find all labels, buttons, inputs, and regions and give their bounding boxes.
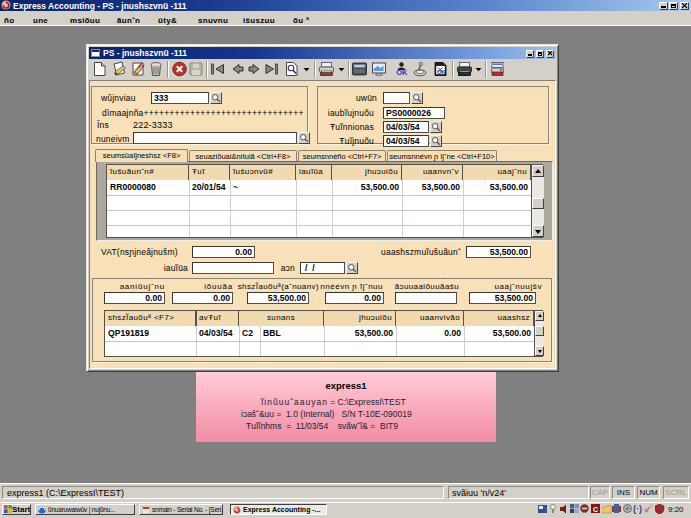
svg-text:OK: OK: [396, 68, 408, 77]
svg-text:C: C: [593, 506, 598, 513]
svg-text:OK: OK: [437, 69, 445, 75]
svg-text:(·): (·): [633, 504, 642, 514]
